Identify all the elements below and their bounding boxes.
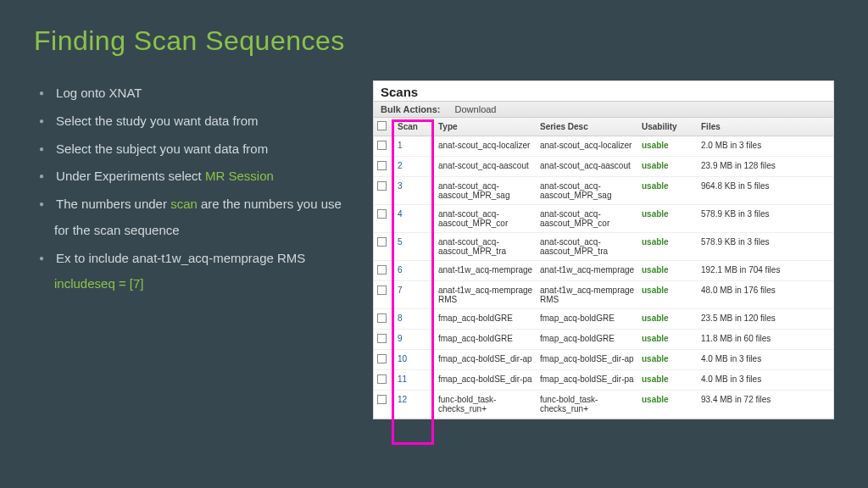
files-info: 2.0 MB in 3 files bbox=[698, 136, 833, 157]
column-header: Files bbox=[698, 118, 833, 136]
row-checkbox[interactable] bbox=[377, 395, 387, 404]
row-checkbox[interactable] bbox=[377, 313, 387, 323]
scan-type: anat-scout_acq-aascout_MPR_cor bbox=[435, 205, 537, 233]
table-row: 4anat-scout_acq-aascout_MPR_coranat-scou… bbox=[374, 205, 833, 233]
scans-panel: Scans Bulk Actions: Download ScanTypeSer… bbox=[373, 80, 834, 419]
scan-type: anat-t1w_acq-memprage RMS bbox=[435, 281, 537, 309]
files-info: 23.5 MB in 120 files bbox=[698, 309, 833, 330]
series-desc: fmap_acq-boldSE_dir-pa bbox=[537, 370, 638, 391]
usability-status: usable bbox=[642, 181, 669, 191]
scans-heading: Scans bbox=[374, 81, 833, 101]
row-checkbox[interactable] bbox=[377, 181, 387, 191]
series-desc: anat-scout_acq-aascout bbox=[537, 157, 638, 177]
scan-number-link[interactable]: 10 bbox=[398, 354, 407, 363]
column-header: Type bbox=[435, 118, 537, 136]
series-desc: anat-scout_acq-localizer bbox=[537, 136, 638, 157]
row-checkbox[interactable] bbox=[377, 374, 387, 384]
instruction-list: Log onto XNATSelect the study you want d… bbox=[34, 80, 348, 297]
series-desc: func-bold_task-checks_run+ bbox=[537, 391, 638, 419]
row-checkbox[interactable] bbox=[377, 209, 387, 219]
scan-number-link[interactable]: 8 bbox=[398, 313, 403, 323]
scan-type: fmap_acq-boldSE_dir-pa bbox=[435, 370, 537, 391]
files-info: 964.8 KB in 5 files bbox=[698, 177, 833, 205]
series-desc: fmap_acq-boldGRE bbox=[537, 309, 638, 330]
table-row: 10fmap_acq-boldSE_dir-apfmap_acq-boldSE_… bbox=[374, 350, 833, 370]
usability-status: usable bbox=[642, 313, 669, 323]
select-all-checkbox[interactable] bbox=[377, 121, 387, 130]
column-header: Series Desc bbox=[537, 118, 638, 136]
scan-number-link[interactable]: 6 bbox=[398, 265, 403, 274]
highlight-text: includeseq = [7] bbox=[54, 276, 144, 291]
scan-type: fmap_acq-boldGRE bbox=[435, 330, 537, 350]
row-checkbox[interactable] bbox=[377, 141, 387, 150]
column-header: Usability bbox=[638, 118, 698, 136]
scan-type: fmap_acq-boldGRE bbox=[435, 309, 537, 330]
series-desc: anat-scout_acq-aascout_MPR_cor bbox=[537, 205, 638, 233]
scan-number-link[interactable]: 5 bbox=[398, 237, 403, 247]
scan-type: anat-scout_acq-localizer bbox=[435, 136, 537, 157]
files-info: 578.9 KB in 3 files bbox=[698, 205, 833, 233]
row-checkbox[interactable] bbox=[377, 286, 387, 295]
row-checkbox[interactable] bbox=[377, 237, 387, 247]
highlight-text: scan bbox=[170, 197, 198, 211]
series-desc: anat-scout_acq-aascout_MPR_sag bbox=[537, 177, 638, 205]
usability-status: usable bbox=[642, 209, 669, 219]
usability-status: usable bbox=[642, 265, 669, 274]
table-row: 1anat-scout_acq-localizeranat-scout_acq-… bbox=[374, 136, 833, 157]
column-header: Scan bbox=[394, 118, 435, 136]
usability-status: usable bbox=[642, 354, 669, 363]
scan-type: anat-scout_acq-aascout_MPR_tra bbox=[435, 233, 537, 261]
table-row: 11fmap_acq-boldSE_dir-pafmap_acq-boldSE_… bbox=[374, 370, 833, 391]
scan-type: fmap_acq-boldSE_dir-ap bbox=[435, 350, 537, 370]
instruction-item: Select the study you want data from bbox=[51, 108, 348, 135]
usability-status: usable bbox=[642, 286, 669, 295]
scan-type: func-bold_task-checks_run+ bbox=[435, 391, 537, 419]
files-info: 578.9 KB in 3 files bbox=[698, 233, 833, 261]
table-row: 2anat-scout_acq-aascoutanat-scout_acq-aa… bbox=[374, 157, 833, 177]
files-info: 4.0 MB in 3 files bbox=[698, 350, 833, 370]
scans-table: ScanTypeSeries DescUsabilityFiles 1anat-… bbox=[374, 118, 833, 419]
table-row: 6anat-t1w_acq-memprageanat-t1w_acq-mempr… bbox=[374, 261, 833, 281]
scan-number-link[interactable]: 1 bbox=[398, 141, 403, 150]
table-row: 7anat-t1w_acq-memprage RMSanat-t1w_acq-m… bbox=[374, 281, 833, 309]
series-desc: anat-t1w_acq-memprage bbox=[537, 261, 638, 281]
table-row: 9fmap_acq-boldGREfmap_acq-boldGREusable1… bbox=[374, 330, 833, 350]
usability-status: usable bbox=[642, 374, 669, 384]
series-desc: fmap_acq-boldGRE bbox=[537, 330, 638, 350]
usability-status: usable bbox=[642, 334, 669, 343]
scan-type: anat-scout_acq-aascout_MPR_sag bbox=[435, 177, 537, 205]
table-row: 12func-bold_task-checks_run+func-bold_ta… bbox=[374, 391, 833, 419]
bulk-actions-label: Bulk Actions: bbox=[381, 104, 441, 114]
instruction-item: Select the subject you want data from bbox=[51, 136, 348, 163]
files-info: 93.4 MB in 72 files bbox=[698, 391, 833, 419]
scan-number-link[interactable]: 7 bbox=[398, 286, 403, 295]
row-checkbox[interactable] bbox=[377, 334, 387, 343]
usability-status: usable bbox=[642, 395, 669, 404]
usability-status: usable bbox=[642, 141, 669, 150]
files-info: 192.1 MB in 704 files bbox=[698, 261, 833, 281]
table-row: 8fmap_acq-boldGREfmap_acq-boldGREusable2… bbox=[374, 309, 833, 330]
usability-status: usable bbox=[642, 161, 669, 170]
instruction-item: Under Experiments select MR Session bbox=[51, 164, 348, 190]
row-checkbox[interactable] bbox=[377, 161, 387, 170]
files-info: 11.8 MB in 60 files bbox=[698, 330, 833, 350]
bulk-download-link[interactable]: Download bbox=[455, 104, 497, 114]
page-title: Finding Scan Sequences bbox=[34, 25, 834, 57]
scan-number-link[interactable]: 12 bbox=[398, 395, 407, 404]
instruction-item: Log onto XNAT bbox=[51, 80, 348, 107]
column-header bbox=[374, 118, 394, 136]
scan-type: anat-t1w_acq-memprage bbox=[435, 261, 537, 281]
files-info: 23.9 MB in 128 files bbox=[698, 157, 833, 177]
bulk-actions-bar: Bulk Actions: Download bbox=[374, 101, 833, 118]
instruction-item: The numbers under scan are the numbers y… bbox=[51, 191, 348, 244]
usability-status: usable bbox=[642, 237, 669, 247]
scan-number-link[interactable]: 2 bbox=[398, 161, 403, 170]
scan-number-link[interactable]: 4 bbox=[398, 209, 403, 219]
series-desc: anat-scout_acq-aascout_MPR_tra bbox=[537, 233, 638, 261]
scan-number-link[interactable]: 3 bbox=[398, 181, 403, 191]
row-checkbox[interactable] bbox=[377, 354, 387, 363]
scan-number-link[interactable]: 9 bbox=[398, 334, 403, 343]
files-info: 4.0 MB in 3 files bbox=[698, 370, 833, 391]
scan-number-link[interactable]: 11 bbox=[398, 374, 407, 384]
row-checkbox[interactable] bbox=[377, 265, 387, 274]
